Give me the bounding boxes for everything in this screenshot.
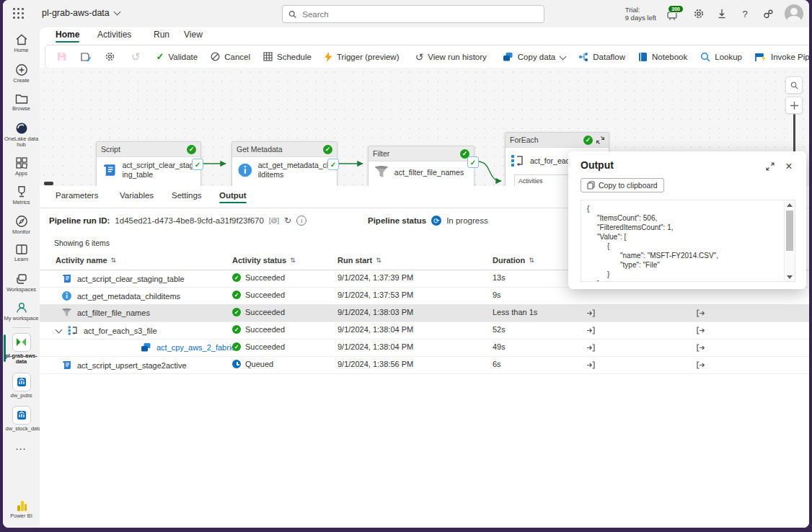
tab-run[interactable]: Run	[154, 30, 169, 40]
sidebar-item-metrics[interactable]: Metrics	[3, 185, 40, 206]
table-row-selected[interactable]: act_filter_file_names ✓Succeeded 9/1/202…	[40, 304, 809, 322]
json-line: }	[587, 270, 784, 279]
help-icon[interactable]: ?	[738, 7, 751, 20]
activity-status: Succeeded	[245, 291, 285, 299]
dataflow-button[interactable]: Dataflow	[572, 48, 632, 66]
ribbon-toolbar: ↺ ✓ Validate Cancel	[45, 45, 809, 68]
undo-button[interactable]: ↺	[125, 48, 147, 66]
activity-name: act_get_metadata_childitems	[77, 292, 180, 301]
save-button[interactable]	[50, 48, 74, 66]
table-row[interactable]: act_script_upsert_stage2active Queued 9/…	[40, 356, 809, 374]
output-icon[interactable]	[696, 326, 705, 335]
lookup-button[interactable]: Lookup	[694, 48, 749, 66]
scroll-down-arrow[interactable]	[785, 272, 795, 281]
table-row[interactable]: act_for_each_s3_file ✓Succeeded 9/1/2024…	[40, 322, 809, 340]
column-run-start[interactable]: Run start⇅	[337, 256, 381, 265]
sidebar-item-onelake[interactable]: OneLake data hub	[3, 122, 40, 148]
output-icon[interactable]	[696, 360, 705, 370]
tab-view[interactable]: View	[184, 30, 203, 40]
showing-count: Showing 6 items	[54, 239, 110, 247]
column-duration[interactable]: Duration⇅	[493, 256, 534, 265]
tab-output[interactable]: Output	[219, 191, 247, 200]
scroll-up-arrow[interactable]	[785, 200, 795, 209]
column-activity-status[interactable]: Activity status⇅	[232, 256, 296, 265]
top-bar: pl-grab-aws-data Trial:9 days left 300	[3, 0, 809, 27]
sidebar-item-apps[interactable]: Apps	[3, 156, 40, 177]
run-start: 9/1/2024, 1:38:04 PM	[337, 325, 413, 334]
panel-resize-handle[interactable]	[44, 182, 53, 185]
canvas-search-button[interactable]	[785, 76, 803, 94]
invoke-pipeline-button[interactable]: Invoke Pipeline	[749, 48, 809, 66]
sidebar-item-learn[interactable]: Learn	[3, 244, 40, 263]
info-icon[interactable]: i	[296, 216, 306, 226]
settings-gear-icon[interactable]	[692, 7, 705, 20]
sidebar-item-dw-stock-data[interactable]: dw_stock_data	[3, 406, 40, 433]
tab-variables[interactable]: Variables	[120, 191, 154, 200]
succeeded-icon: ✓	[232, 273, 241, 282]
input-icon[interactable]	[586, 360, 596, 370]
copy-run-id-icon[interactable]: [@]	[269, 217, 279, 224]
refresh-icon[interactable]: ↻	[284, 216, 291, 226]
sidebar-item-my-workspace[interactable]: My workspace	[3, 301, 40, 322]
schedule-button[interactable]: Schedule	[257, 48, 318, 66]
tab-parameters[interactable]: Parameters	[56, 191, 98, 200]
output-icon[interactable]	[696, 309, 705, 318]
plus-circle-icon	[15, 63, 28, 76]
search-input[interactable]	[301, 9, 538, 19]
copy-data-button[interactable]: Copy data	[496, 48, 572, 66]
pipeline-settings-button[interactable]	[98, 48, 122, 66]
tab-settings[interactable]: Settings	[172, 191, 202, 200]
script-icon	[61, 360, 72, 371]
validate-button[interactable]: ✓ Validate	[150, 48, 205, 66]
sort-icon[interactable]: ⇅	[376, 257, 381, 264]
succeeded-icon: ✓	[232, 308, 241, 316]
tab-activities[interactable]: Activities	[97, 30, 131, 40]
cancel-button[interactable]: Cancel	[204, 48, 257, 66]
foreach-icon	[68, 325, 79, 336]
activity-name: act_script_clear_staging_table	[77, 275, 185, 283]
close-icon[interactable]: ×	[783, 161, 795, 172]
pipeline-title[interactable]: pl-grab-aws-data	[42, 8, 120, 18]
sidebar-item-workspaces[interactable]: Workspaces	[3, 272, 40, 293]
sidebar-item-monitor[interactable]: Monitor	[3, 215, 40, 236]
output-icon[interactable]	[696, 343, 705, 353]
sidebar-item-home[interactable]: Home	[3, 33, 40, 54]
trigger-button[interactable]: Trigger (preview)	[318, 48, 405, 66]
notebook-button[interactable]: Notebook	[632, 48, 694, 66]
copy-to-clipboard-button[interactable]: Copy to clipboard	[581, 178, 664, 192]
sidebar-item-pipeline-selected[interactable]: pl-grab-aws-data	[3, 333, 40, 365]
chevron-expanded-icon[interactable]	[56, 327, 63, 334]
ribbon-tabs: Home Activities Run View	[40, 27, 809, 44]
trial-capacity-icon[interactable]: 300	[666, 6, 682, 21]
save-as-button[interactable]	[74, 48, 98, 66]
activity-name-link[interactable]: act_cpy_aws_2_fabric	[156, 343, 235, 352]
sort-icon[interactable]: ⇅	[111, 257, 117, 264]
input-icon[interactable]	[586, 343, 596, 353]
expand-icon[interactable]	[764, 161, 776, 172]
view-run-history-button[interactable]: ↺ View run history	[408, 48, 493, 66]
sidebar-more-button[interactable]: ...	[3, 443, 40, 451]
canvas-zoom-in-button[interactable]	[785, 97, 803, 114]
app-launcher-icon[interactable]	[13, 8, 25, 19]
input-icon[interactable]	[586, 309, 596, 318]
download-icon[interactable]	[715, 7, 728, 20]
tab-home[interactable]: Home	[56, 30, 79, 40]
column-activity-name[interactable]: Activity name⇅	[56, 256, 116, 265]
json-line: "ItemsCount": 506,	[587, 213, 784, 223]
sidebar-item-create[interactable]: Create	[3, 63, 40, 84]
account-avatar[interactable]	[785, 4, 803, 23]
sidebar-item-browse[interactable]: Browse	[3, 93, 40, 112]
duration: 9s	[493, 291, 501, 299]
table-row[interactable]: act_get_metadata_childitems ✓Succeeded 9…	[40, 287, 809, 305]
global-search[interactable]	[282, 5, 544, 23]
scrollbar-thumb[interactable]	[786, 210, 793, 251]
duration: Less than 1s	[493, 308, 537, 316]
table-row[interactable]: act_cpy_aws_2_fabric ✓Succeeded 9/1/2024…	[40, 339, 809, 357]
sort-icon[interactable]: ⇅	[290, 257, 296, 264]
sidebar-item-power-bi[interactable]: Power BI	[3, 500, 40, 520]
sort-icon[interactable]: ⇅	[529, 257, 534, 264]
feedback-icon[interactable]	[762, 7, 775, 20]
json-scrollbar[interactable]	[784, 200, 795, 281]
input-icon[interactable]	[586, 326, 596, 335]
sidebar-item-dw-pubs[interactable]: dw_pubs	[3, 373, 40, 399]
